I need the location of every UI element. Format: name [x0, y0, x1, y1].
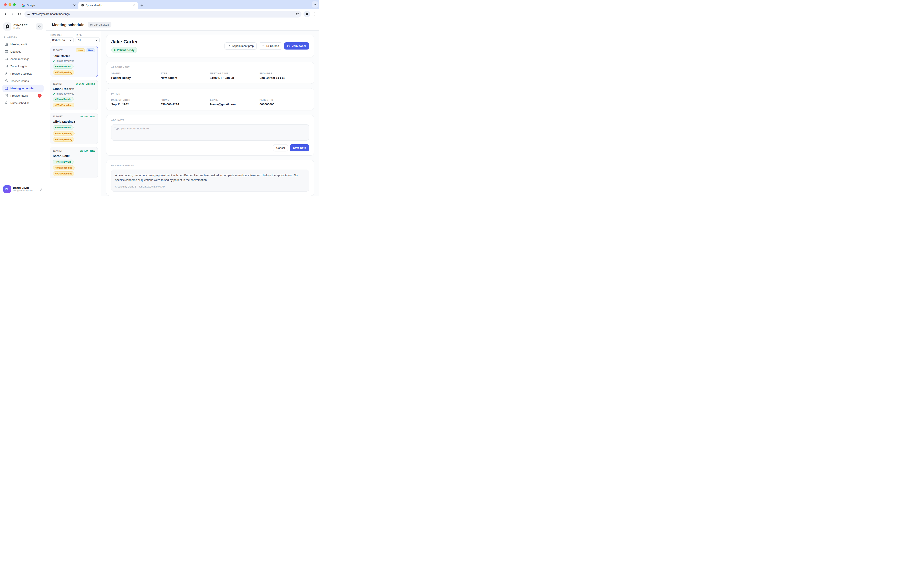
browser-tabstrip: Google Syncarehealth	[0, 0, 320, 9]
sidebar-section-label: PLATFORM	[3, 31, 44, 41]
url-bar[interactable]: https://syncare.health/meetings	[24, 11, 301, 18]
session-note-input[interactable]	[111, 124, 309, 140]
sidebar-item-licenses[interactable]: Licenses	[3, 48, 44, 55]
sidebar-item-meeting-schedule[interactable]: Meeting schedule	[3, 85, 44, 92]
sidebar-item-providers-toolbox[interactable]: Providers toolbox	[3, 70, 44, 77]
field-label: PATIENT ID	[259, 99, 309, 101]
appointment-time: 11:45 ET	[53, 150, 63, 152]
field-status: STATUS Patient Ready	[111, 72, 161, 80]
field-type: TYPE New patient	[161, 72, 210, 80]
field-label: PROVIDER	[259, 72, 309, 75]
field-provider: PROVIDER Leo Barber ●●●●●	[259, 72, 309, 80]
back-button[interactable]	[3, 11, 9, 17]
provider-select[interactable]: Barber Leo	[50, 37, 74, 43]
sidebar-item-label: Troches issues	[11, 80, 29, 83]
notifications-bell-icon[interactable]	[36, 23, 43, 30]
tab-close-icon[interactable]	[73, 4, 76, 7]
browser-menu-icon[interactable]	[311, 11, 317, 17]
status-chip: Photo ID valid	[53, 125, 74, 130]
card-icon	[5, 50, 8, 53]
tab-overview-chevron-button[interactable]	[312, 2, 318, 8]
detail-header-card: Jake Carter Patient Ready Appointment pr…	[106, 35, 314, 57]
tab-close-icon[interactable]	[132, 4, 136, 7]
url-text: https://syncare.health/meetings	[32, 12, 294, 15]
page-header: Meeting schedule Jan 28, 2025	[46, 19, 320, 30]
field-phone: PHONE 650-000-1234	[161, 99, 210, 106]
wrench-icon	[5, 72, 8, 76]
appointment-card-sarah-lelik[interactable]: 11:45 ET 0h 45m · New Sarah Lelik Photo …	[50, 147, 98, 178]
field-value: 650-000-1234	[161, 103, 210, 106]
status-chip: Photo ID valid	[53, 160, 74, 164]
tab-syncarehealth[interactable]: Syncarehealth	[78, 2, 138, 9]
brand-subtitle: Health	[14, 27, 34, 29]
warning-icon	[5, 79, 8, 83]
tab-title: Google	[27, 4, 71, 7]
reload-button[interactable]	[16, 11, 23, 17]
video-icon	[5, 57, 8, 61]
appointment-card-olivia-martinez[interactable]: 11:30 ET 0h 30m · New Olivia Martinez Ph…	[50, 113, 98, 144]
join-zoom-button[interactable]: Join Zoom	[284, 42, 309, 50]
window-minimize-button[interactable]	[9, 3, 11, 6]
window-close-button[interactable]	[4, 3, 7, 6]
intake-status: Intake reviewed	[56, 59, 74, 62]
save-note-button[interactable]: Save note	[290, 144, 309, 151]
sidebar-item-troches-issues[interactable]: Troches issues	[3, 77, 44, 85]
provider-tasks-count-badge: 2	[38, 94, 42, 98]
now-badge: Now	[76, 48, 85, 52]
dr-chrono-label: Dr Chrono	[266, 44, 279, 47]
sidebar-item-provider-tasks[interactable]: Provider tasks 2	[3, 92, 44, 99]
field-value: Sep 11, 1962	[111, 103, 161, 106]
patient-name: Ethan Roberts	[53, 87, 95, 91]
window-zoom-button[interactable]	[13, 3, 16, 6]
appointment-card-ethan-roberts[interactable]: 11:15 ET 0h 15m · Existing Ethan Roberts…	[50, 80, 98, 110]
appointment-section-card: APPOINTMENT STATUS Patient Ready TYPE Ne…	[106, 62, 314, 84]
sidebar-item-meeting-audit[interactable]: Meeting audit	[3, 41, 44, 48]
brand-row: SYNCARE Health	[3, 22, 44, 31]
appointment-meta: 0h 15m · Existing	[75, 83, 95, 85]
status-chip: Photo ID valid	[53, 97, 74, 101]
sidebar-item-label: Provider tasks	[11, 94, 28, 97]
bookmark-star-icon[interactable]	[295, 12, 299, 16]
sidebar-item-label: Meeting schedule	[11, 87, 33, 90]
new-tab-button[interactable]	[139, 3, 145, 8]
dr-chrono-button[interactable]: Dr Chrono	[259, 42, 282, 50]
provider-select-value: Barber Leo	[52, 39, 65, 42]
logout-icon[interactable]	[39, 187, 43, 191]
field-value: Patient Ready	[111, 76, 161, 80]
appointment-time: 11:30 ET	[53, 115, 63, 118]
syncare-logo-icon	[3, 23, 11, 30]
forward-button[interactable]	[9, 11, 15, 17]
window-controls	[0, 0, 20, 9]
appointment-prep-label: Appointment prep	[232, 44, 254, 47]
sidebar-item-label: Licenses	[11, 50, 21, 53]
extension-syncare-icon[interactable]	[303, 11, 310, 17]
new-badge: New	[86, 48, 95, 52]
avatar: DL	[3, 185, 11, 193]
field-date-of-birth: DATE OF BIRTH Sep 11, 1962	[111, 99, 161, 106]
cancel-label: Cancel	[276, 147, 285, 150]
appointment-card-jake-carter[interactable]: 11:00 ET Now New Jake Carter Intake revi…	[50, 46, 98, 77]
google-favicon-icon	[22, 4, 25, 7]
sidebar: SYNCARE Health PLATFORM Meeting audit Li…	[0, 19, 46, 196]
sidebar-item-zoom-insights[interactable]: Zoom insights	[3, 63, 44, 70]
type-select[interactable]: All	[75, 37, 99, 43]
intake-status: Intake reviewed	[56, 92, 74, 95]
field-label: MEETING TIME	[210, 72, 260, 75]
page-title: Meeting schedule	[52, 23, 84, 27]
appointment-meta: 0h 45m · New	[80, 150, 95, 152]
field-label: EMAIL	[210, 99, 260, 101]
tab-google[interactable]: Google	[20, 2, 78, 9]
previous-notes-card: PREVIOUS NOTES A new patient, has an upc…	[106, 160, 314, 196]
field-value: Leo Barber ●●●●●	[259, 76, 309, 80]
sidebar-item-nurse-schedule[interactable]: Nurse schedule	[3, 99, 44, 107]
appointment-prep-button[interactable]: Appointment prep	[225, 42, 257, 50]
cancel-note-button[interactable]: Cancel	[273, 144, 288, 151]
date-chip[interactable]: Jan 28, 2025	[87, 22, 111, 27]
status-chip: PDMP pending	[53, 171, 74, 176]
type-select-value: All	[78, 39, 81, 42]
appointment-detail: Jake Carter Patient Ready Appointment pr…	[101, 30, 320, 196]
previous-note-meta: Created by Diana B · Jan 28, 2025 at 9:0…	[115, 185, 305, 188]
sidebar-item-zoom-meetings[interactable]: Zoom meetings	[3, 55, 44, 63]
patient-section-card: PATIENT DATE OF BIRTH Sep 11, 1962 PHONE…	[106, 88, 314, 110]
person-icon	[5, 101, 8, 105]
